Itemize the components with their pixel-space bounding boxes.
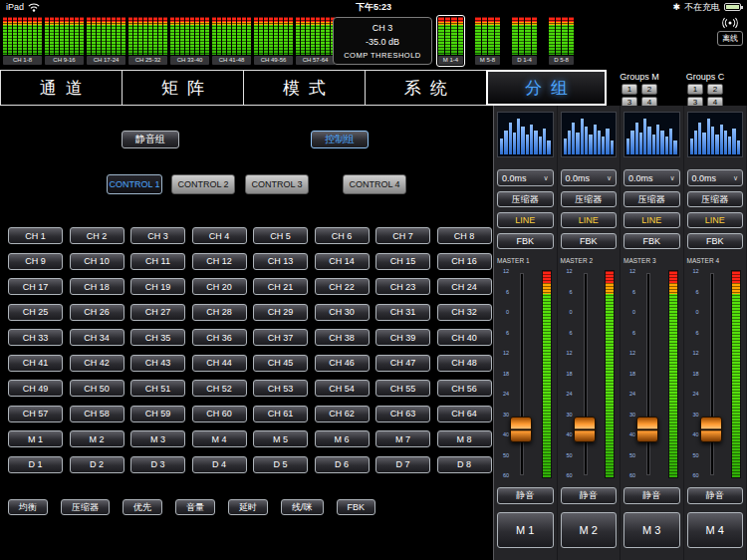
line-button[interactable]: LINE: [623, 212, 680, 228]
delay-select[interactable]: 0.0ms∨: [687, 169, 744, 186]
channel-button[interactable]: CH 22: [315, 278, 370, 295]
compressor-button[interactable]: 压缩器: [497, 191, 554, 207]
group-select-button[interactable]: 1: [622, 84, 637, 95]
channel-meter-group[interactable]: CH 49-56: [254, 17, 293, 65]
channel-button[interactable]: CH 36: [192, 329, 247, 346]
channel-button[interactable]: CH 12: [192, 253, 247, 270]
nav-tab[interactable]: 通道: [0, 70, 123, 106]
d-button[interactable]: D 7: [375, 456, 430, 473]
channel-button[interactable]: CH 63: [375, 406, 430, 422]
control-tab[interactable]: CONTROL 4: [343, 174, 406, 194]
master-meter-group[interactable]: M 1-4: [438, 17, 463, 65]
nav-tab[interactable]: 系统: [365, 70, 487, 106]
line-button[interactable]: LINE: [561, 212, 618, 228]
d-button[interactable]: D 8: [437, 456, 492, 473]
d-button[interactable]: D 1: [8, 456, 63, 473]
m-button[interactable]: M 7: [375, 430, 430, 447]
channel-button[interactable]: CH 55: [375, 380, 430, 397]
channel-button[interactable]: CH 49: [8, 380, 63, 397]
d-button[interactable]: D 5: [253, 456, 308, 473]
master-meter-group[interactable]: D 1-4: [512, 17, 537, 65]
channel-button[interactable]: CH 51: [130, 380, 185, 397]
master-select-button[interactable]: M 2: [561, 512, 618, 548]
master-select-button[interactable]: M 1: [497, 512, 554, 548]
channel-button[interactable]: CH 50: [70, 380, 124, 397]
channel-button[interactable]: CH 19: [130, 278, 185, 295]
channel-button[interactable]: CH 44: [192, 355, 247, 372]
channel-button[interactable]: CH 53: [253, 380, 308, 397]
channel-button[interactable]: CH 46: [315, 355, 370, 372]
channel-meter-group[interactable]: CH 41-48: [212, 17, 251, 65]
fader-knob[interactable]: [574, 417, 596, 442]
channel-button[interactable]: CH 35: [130, 329, 185, 346]
channel-button[interactable]: CH 34: [70, 329, 124, 346]
channel-button[interactable]: CH 58: [70, 406, 124, 422]
channel-button[interactable]: CH 16: [437, 253, 492, 270]
mute-button[interactable]: 静音: [561, 487, 618, 504]
channel-button[interactable]: CH 3: [130, 227, 185, 244]
nav-tab[interactable]: 矩阵: [122, 70, 244, 106]
fbk-button[interactable]: FBK: [561, 233, 618, 249]
channel-button[interactable]: CH 21: [253, 278, 308, 295]
channel-button[interactable]: CH 25: [8, 304, 63, 321]
mute-button[interactable]: 静音: [687, 487, 744, 504]
channel-button[interactable]: CH 61: [253, 406, 308, 422]
master-meter-group[interactable]: D 5-8: [549, 17, 574, 65]
d-button[interactable]: D 6: [315, 456, 370, 473]
function-button[interactable]: 优先: [123, 499, 162, 515]
m-button[interactable]: M 5: [253, 430, 308, 447]
line-button[interactable]: LINE: [687, 212, 744, 228]
channel-button[interactable]: CH 33: [8, 329, 63, 346]
nav-tab[interactable]: 模式: [243, 70, 366, 106]
function-button[interactable]: 线/咪: [281, 499, 324, 515]
compressor-button[interactable]: 压缩器: [687, 191, 744, 207]
channel-button[interactable]: CH 9: [8, 253, 63, 270]
function-button[interactable]: 压缩器: [61, 499, 110, 515]
mute-button[interactable]: 静音: [623, 487, 680, 504]
compressor-button[interactable]: 压缩器: [623, 191, 680, 207]
channel-button[interactable]: CH 14: [315, 253, 370, 270]
control-tab[interactable]: CONTROL 3: [245, 174, 309, 194]
channel-button[interactable]: CH 13: [253, 253, 308, 270]
channel-button[interactable]: CH 39: [375, 329, 430, 346]
channel-button[interactable]: CH 8: [437, 227, 492, 244]
channel-button[interactable]: CH 29: [253, 304, 308, 321]
fader-knob[interactable]: [636, 417, 658, 442]
channel-button[interactable]: CH 26: [70, 304, 124, 321]
control-tab[interactable]: CONTROL 2: [171, 174, 235, 194]
mute-group-button[interactable]: 静音组: [122, 131, 179, 148]
m-button[interactable]: M 4: [192, 430, 247, 447]
m-button[interactable]: M 1: [8, 430, 63, 447]
function-button[interactable]: FBK: [337, 499, 376, 515]
function-button[interactable]: 音量: [175, 499, 215, 515]
line-button[interactable]: LINE: [497, 212, 554, 228]
d-button[interactable]: D 2: [70, 456, 124, 473]
channel-meter-group[interactable]: CH 17-24: [87, 17, 125, 65]
channel-meter-group[interactable]: CH 57-64: [296, 17, 335, 65]
channel-button[interactable]: CH 15: [375, 253, 430, 270]
fbk-button[interactable]: FBK: [623, 233, 680, 249]
compressor-button[interactable]: 压缩器: [561, 191, 618, 207]
mute-button[interactable]: 静音: [497, 487, 554, 504]
channel-button[interactable]: CH 42: [70, 355, 124, 372]
channel-meter-group[interactable]: CH 25-32: [128, 17, 167, 65]
channel-button[interactable]: CH 57: [8, 406, 63, 422]
channel-button[interactable]: CH 47: [375, 355, 430, 372]
channel-button[interactable]: CH 27: [130, 304, 185, 321]
channel-button[interactable]: CH 7: [375, 227, 430, 244]
channel-meter-group[interactable]: CH 9-16: [45, 17, 84, 65]
channel-button[interactable]: CH 2: [70, 227, 124, 244]
function-button[interactable]: 延时: [228, 499, 268, 515]
group-select-button[interactable]: 2: [707, 84, 723, 95]
control-group-button[interactable]: 控制组: [311, 131, 369, 148]
master-select-button[interactable]: M 3: [623, 512, 680, 548]
channel-button[interactable]: CH 18: [70, 278, 124, 295]
m-button[interactable]: M 3: [130, 430, 185, 447]
channel-button[interactable]: CH 43: [130, 355, 185, 372]
channel-button[interactable]: CH 54: [315, 380, 370, 397]
function-button[interactable]: 均衡: [8, 499, 48, 515]
delay-select[interactable]: 0.0ms∨: [623, 169, 680, 186]
channel-button[interactable]: CH 38: [315, 329, 370, 346]
delay-select[interactable]: 0.0ms∨: [497, 169, 554, 186]
channel-meter-group[interactable]: CH 33-40: [170, 17, 209, 65]
